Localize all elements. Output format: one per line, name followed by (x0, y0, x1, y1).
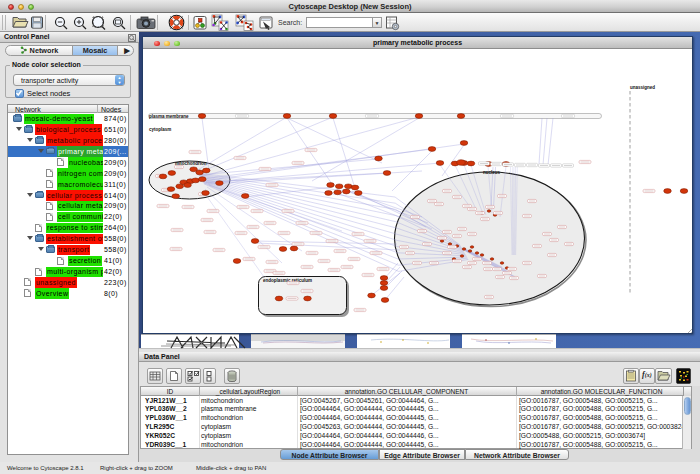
svg-text:unassigned: unassigned (630, 85, 655, 90)
svg-text:plasma membrane: plasma membrane (149, 114, 189, 119)
svg-text:cytoplasm: cytoplasm (149, 127, 171, 132)
svg-text:nucleus: nucleus (483, 170, 501, 175)
